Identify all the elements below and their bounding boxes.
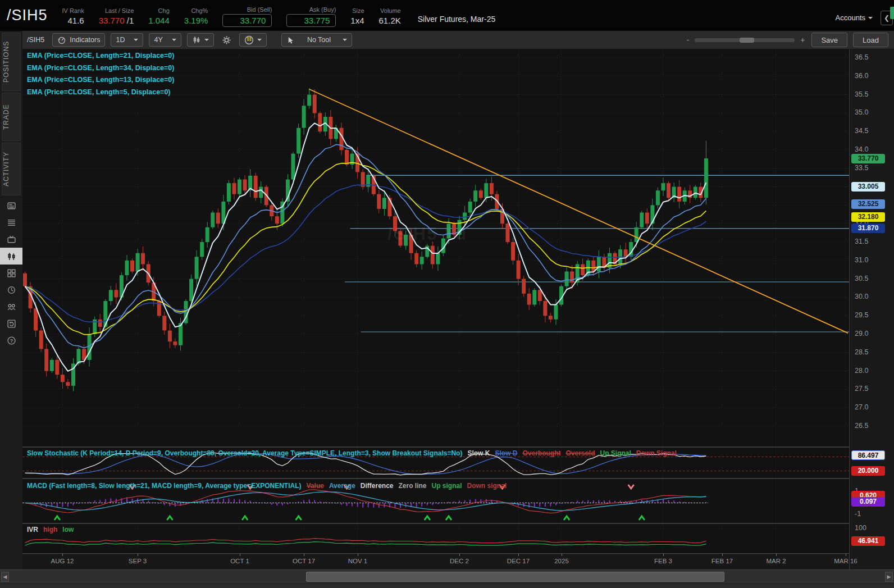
ivr-chart[interactable] — [22, 524, 849, 553]
range-dropdown[interactable]: 4Y — [149, 33, 181, 47]
sidebar-community-icon[interactable] — [0, 298, 22, 315]
chart-settings-button[interactable] — [220, 33, 234, 47]
sidebar-help-icon[interactable]: ? — [0, 332, 22, 349]
time-axis-label: MAR 2 — [766, 558, 786, 564]
quote-field-size: Size1x4 — [350, 7, 364, 26]
save-button[interactable]: Save — [811, 33, 847, 47]
stoch-legend-item[interactable]: Overbought — [522, 449, 560, 457]
chart-watermark: /SIH5 1d — [387, 224, 467, 244]
macd-axis-label: -1 — [855, 510, 861, 518]
ema-label[interactable]: EMA (Price=CLOSE, Length=34, Displace=0) — [27, 62, 174, 75]
macd-legend-item[interactable]: MACD (Fast length=8, Slow length=21, MAC… — [27, 482, 302, 490]
stoch-legend-item[interactable]: Slow Stochastic (K Period=14, D Period=9… — [27, 449, 462, 457]
stochastic-legend: Slow Stochastic (K Period=14, D Period=9… — [27, 449, 682, 457]
studies-gauge-icon — [57, 35, 66, 44]
chevron-down-icon — [204, 39, 209, 43]
instrument-description: Silver Futures, Mar-25 — [418, 15, 495, 24]
price-axis-badge: 31.870 — [851, 224, 885, 233]
zoom-in-button[interactable]: + — [800, 35, 805, 44]
stoch-axis-badge: 20.000 — [851, 466, 885, 476]
ivr-legend-item[interactable]: IVR — [27, 526, 38, 534]
time-axis-label: DEC 17 — [507, 558, 530, 564]
quote-field-bid-sell-[interactable]: Bid (Sell)33.770 — [222, 6, 272, 27]
macd-legend-item[interactable]: Value — [307, 482, 324, 490]
stoch-legend-item[interactable]: Slow K — [467, 449, 490, 457]
time-axis-label: AUG 12 — [51, 558, 74, 564]
scroll-left-arrow[interactable]: ◀ — [1, 572, 9, 582]
sidebar-chart-icon[interactable] — [0, 248, 22, 265]
quote-field-chg: Chg1.044 — [148, 7, 170, 26]
edge-accent-button[interactable] — [890, 7, 894, 19]
ema-label[interactable]: EMA (Price=CLOSE, Length=5, Displace=0) — [27, 86, 174, 99]
ivr-legend-item[interactable]: low — [62, 526, 74, 534]
time-tick — [240, 554, 240, 556]
time-tick — [846, 554, 846, 556]
quote-field-ask-buy-[interactable]: Ask (Buy)33.775 — [286, 6, 336, 27]
time-tick — [62, 554, 63, 556]
sidebar-grid-icon[interactable] — [0, 265, 22, 281]
ivr-legend-item[interactable]: high — [43, 526, 57, 534]
macd-legend-item[interactable]: Average — [329, 482, 355, 490]
tv-icon — [7, 235, 16, 244]
zoom-slider-thumb[interactable] — [740, 38, 754, 43]
time-tick — [138, 554, 138, 556]
ema-label[interactable]: EMA (Price=CLOSE, Length=13, Displace=0) — [27, 74, 174, 86]
load-button[interactable]: Load — [853, 33, 888, 47]
time-scrollbar[interactable]: ◀ ▶ — [0, 569, 894, 584]
price-axis-label: 34.0 — [855, 145, 868, 153]
sidebar-tv-icon[interactable] — [0, 231, 22, 248]
sidebar-news-icon[interactable] — [0, 197, 22, 214]
time-axis-label: DEC 2 — [450, 558, 469, 564]
ema-label[interactable]: EMA (Price=CLOSE, Length=21, Displace=0) — [27, 50, 174, 62]
price-axis-label: 35.0 — [855, 108, 868, 116]
timeframe-dropdown[interactable]: 1D — [111, 33, 143, 47]
window-footer — [0, 584, 894, 588]
stoch-legend-item[interactable]: Up Signal — [600, 449, 631, 457]
sidebar-replay-icon[interactable] — [0, 315, 22, 332]
price-axis-badge: 32.525 — [851, 199, 885, 209]
sidebar-tab-trade[interactable]: TRADE — [2, 93, 21, 141]
gear-icon — [222, 35, 231, 45]
time-tick — [776, 554, 777, 556]
chevron-down-icon — [134, 39, 138, 43]
macd-legend-item[interactable]: Down signal — [467, 482, 507, 490]
ivr-panel[interactable] — [22, 524, 849, 553]
sidebar-watchlist-icon[interactable] — [0, 214, 22, 231]
chart-type-dropdown[interactable] — [187, 33, 214, 47]
time-axis: AUG 12SEP 3OCT 1OCT 17NOV 1DEC 2DEC 1720… — [22, 553, 849, 569]
watchlist-icon — [7, 218, 16, 227]
candlestick-chart[interactable] — [22, 49, 849, 446]
zoom-slider[interactable] — [695, 38, 795, 42]
time-tick — [459, 554, 460, 556]
chevron-down-icon — [172, 39, 176, 43]
sidebar-clock-icon[interactable] — [0, 281, 22, 298]
sidebar-tab-activity[interactable]: ACTIVITY — [2, 143, 21, 195]
indicators-button[interactable]: Indicators — [52, 33, 105, 47]
macd-legend-item[interactable]: Difference — [361, 482, 394, 490]
price-chart-panel[interactable] — [22, 49, 849, 446]
drawing-tool-dropdown[interactable]: No Tool — [281, 33, 352, 47]
axis-separator — [849, 49, 850, 569]
time-axis-label: FEB 3 — [654, 558, 672, 564]
macd-legend-item[interactable]: Up signal — [432, 482, 462, 490]
chevron-down-icon — [343, 39, 347, 43]
quote-field-last-size: Last / Size33.770 /1 — [99, 7, 134, 26]
layout-dropdown[interactable] — [239, 33, 267, 47]
stoch-legend-item[interactable]: Down Signal — [636, 449, 677, 457]
price-axis[interactable]: 36.536.035.535.034.534.033.533.032.532.0… — [850, 49, 894, 569]
quote-field-chg-: Chg%3.19% — [184, 7, 208, 26]
stoch-legend-item[interactable]: Slow D — [495, 449, 517, 457]
sidebar-tab-positions[interactable]: POSITIONS — [2, 33, 21, 91]
stoch-legend-item[interactable]: Oversold — [565, 449, 595, 457]
time-tick — [304, 554, 304, 556]
accounts-dropdown[interactable]: Accounts — [836, 13, 873, 22]
price-axis-label: 36.0 — [855, 72, 868, 80]
price-axis-label: 28.0 — [855, 367, 868, 375]
scrollbar-thumb[interactable] — [306, 572, 724, 582]
scroll-right-arrow[interactable]: ▶ — [885, 572, 893, 582]
macd-legend-item[interactable]: Zero line — [399, 482, 427, 490]
grid-icon — [7, 268, 16, 278]
price-axis-label: 28.5 — [855, 348, 868, 356]
zoom-out-button[interactable]: - — [687, 35, 690, 44]
time-axis-label: NOV 1 — [348, 558, 368, 564]
